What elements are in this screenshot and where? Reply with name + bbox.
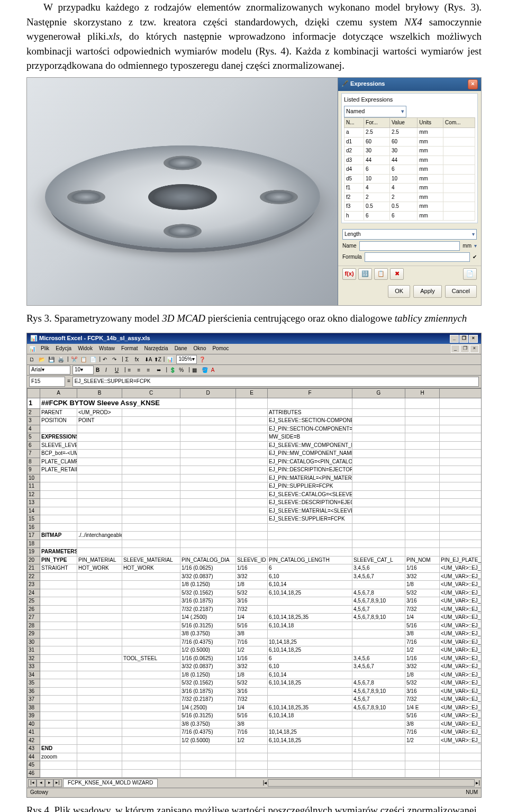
font-color-icon[interactable]: A (211, 367, 219, 374)
tab-nav[interactable]: |◂ ◂ ▸ ▸| (28, 779, 62, 787)
table-row[interactable]: 46 (28, 769, 482, 778)
apply-button[interactable]: Apply (413, 285, 442, 298)
hscroll-right-icon[interactable]: ▸| (476, 779, 480, 787)
table-row[interactable]: d466mm (344, 165, 475, 175)
menu-item[interactable]: Edycja (53, 345, 74, 353)
table-row[interactable]: 8PLATE_CLAMP_THICK=<UM_MOLDBASE>::BCP_hE… (28, 458, 482, 466)
menu-item[interactable]: Pomoc (210, 345, 231, 353)
close-icon[interactable]: × (468, 79, 478, 89)
cad-viewport[interactable] (27, 78, 338, 305)
formula-input[interactable] (365, 252, 470, 262)
table-row[interactable]: 10EJ_PIN::MATERIAL=<PIN_MATERIAL> (28, 474, 482, 482)
expressions-titlebar[interactable]: 🖋️ Expressions × (338, 78, 481, 91)
menu-item[interactable]: Okno (192, 345, 208, 353)
save-icon[interactable]: 💾 (48, 356, 56, 363)
table-row[interactable]: 5EXPRESSIONSMW_SIDE=B (28, 433, 482, 442)
table-row[interactable]: 341/8 (0.1250)1/86,10,141/8<UM_VAR>::EJ_… (28, 671, 482, 679)
expressions-table[interactable]: N...For...ValueUnitsCom...a2.52.5mmd1606… (344, 117, 475, 221)
table-row[interactable]: d51010mm (344, 174, 475, 184)
type-select[interactable]: Length▾ (342, 229, 477, 240)
table-row[interactable]: 9PLATE_RETAINER_THICK=<UM_MOLDBASE>::EJA… (28, 466, 482, 475)
sum-icon[interactable]: Σ (125, 356, 133, 363)
fx-icon[interactable]: fx (135, 356, 142, 363)
table-row[interactable]: f30.50.5mm (344, 202, 475, 212)
table-row[interactable]: f144mm (344, 184, 475, 193)
table-row[interactable]: 6SLEEVE_LEVEL=<UM_MOLDBASE>::EJB_offEJ_S… (28, 441, 482, 450)
maximize-icon[interactable]: ❐ (459, 335, 468, 343)
table-row[interactable]: 381/4 (.2500)1/46,10,14,18,25,354,5,6,7,… (28, 704, 482, 712)
calc-icon[interactable]: 🔢 (358, 268, 372, 280)
fx-icon[interactable]: f(x) (342, 268, 356, 280)
table-row[interactable]: 32TOOL_STEEL1/16 (0.0625)1/1663,4,5,61/1… (28, 654, 482, 663)
help-icon[interactable]: ❓ (199, 356, 206, 363)
align-right-icon[interactable]: ≡ (147, 367, 155, 374)
last-tab-icon[interactable]: ▸| (53, 779, 62, 787)
fill-color-icon[interactable]: 🪣 (202, 367, 209, 374)
zoom-select[interactable]: 105% ▾ (176, 355, 197, 364)
size-select[interactable]: 10 ▾ (72, 366, 94, 375)
table-row[interactable]: 1##FCPK BYTOW Sleeve Assy_KNSE (28, 398, 482, 408)
spreadsheet-grid[interactable]: ABCDEFGHLN1##FCPK BYTOW Sleeve Assy_KNSE… (27, 388, 481, 778)
table-row[interactable]: 333/32 (0.0837)3/326,103,4,5,6,73/32<UM_… (28, 663, 482, 671)
chevron-down-icon[interactable]: ▾ (474, 242, 477, 250)
cancel-button[interactable]: Cancel (445, 285, 477, 298)
table-row[interactable]: 307/16 (0.4375)7/1610,14,18,257/16<UM_VA… (28, 638, 482, 646)
menu-item[interactable]: Dane (173, 345, 189, 353)
underline-icon[interactable]: U (115, 367, 122, 374)
table-row[interactable]: 271/4 (.2500)1/46,10,14,18,25,354,5,6,7,… (28, 614, 482, 622)
table-row[interactable]: 311/2 (0.5000)1/26,10,14,18,251/2<UM_VAR… (28, 646, 482, 655)
currency-icon[interactable]: 💲 (169, 367, 177, 374)
standard-toolbar[interactable]: 🗋 📂 💾 🖨️ | ✂️ 📋 📄 | ↶ ↷ | Σ fx ⬇A ⬆Z | 📊… (27, 354, 481, 365)
table-row[interactable]: 20PIN_TYPEPIN_MATERIALSLEEVE_MATERIALPIN… (28, 556, 482, 564)
table-row[interactable]: 45 (28, 761, 482, 770)
check-icon[interactable]: ✔ (473, 253, 477, 261)
table-row[interactable]: 14EJ_SLEEVE::MATERIAL=<SLEEVE_MATERIAL> (28, 507, 482, 515)
table-row[interactable]: 223/32 (0.0837)3/326,103,4,5,6,73/32<UM_… (28, 572, 482, 581)
chart-icon[interactable]: 📊 (167, 356, 174, 363)
italic-icon[interactable]: I (105, 367, 113, 374)
menu-item[interactable]: Plik (39, 345, 51, 353)
table-row[interactable]: 231/8 (0.1250)1/86,10,141/8<UM_VAR>::EJ_… (28, 581, 482, 589)
menu-bar[interactable]: 📊 PlikEdycjaWidokWstawFormatNarzędziaDan… (27, 344, 481, 354)
copy-icon[interactable]: 📋 (80, 356, 88, 363)
table-row[interactable]: 267/32 (0.2187)7/324,5,6,77/32<UM_VAR>::… (28, 605, 482, 614)
filter-select[interactable]: Named ▾ (344, 106, 406, 117)
table-row[interactable]: d23030mm (344, 147, 475, 156)
table-row[interactable]: 395/16 (0.3125)5/166,10,14,185/16<UM_VAR… (28, 712, 482, 720)
sheet-icon[interactable]: 📄 (463, 268, 477, 280)
undo-icon[interactable]: ↶ (103, 356, 110, 363)
table-row[interactable]: 11EJ_PIN::SUPPLIER=FCPK (28, 482, 482, 491)
formatting-toolbar[interactable]: Arial ▾ 10 ▾ B I U | ≡ ≡ ≡ ⬌ | 💲 % | ▦ 🪣… (27, 365, 481, 376)
table-row[interactable]: f222mm (344, 193, 475, 202)
next-tab-icon[interactable]: ▸ (45, 779, 53, 787)
table-row[interactable]: 21STRAIGHTHOT_WORKHOT_WORK1/16 (0.0625)1… (28, 564, 482, 573)
table-row[interactable]: 13EJ_SLEEVE::DESCRIPTION=EJECTOR SLEEVE (28, 499, 482, 507)
table-row[interactable]: 253/16 (0.1875)3/164,5,6,7,8,9,103/16<UM… (28, 597, 482, 606)
table-row[interactable]: 18 (28, 540, 482, 548)
maximize-icon[interactable]: ❐ (460, 345, 469, 353)
table-row[interactable]: 293/8 (0.3750)3/83/8<UM_VAR>::EJ_CLEARAN… (28, 630, 482, 638)
bold-icon[interactable]: B (96, 367, 103, 374)
name-box[interactable]: F15 (29, 377, 65, 387)
cut-icon[interactable]: ✂️ (71, 356, 78, 363)
minimize-icon[interactable]: _ (451, 345, 460, 353)
table-row[interactable]: 2PARENT<UM_PROD>ATTRIBUTES (28, 408, 482, 417)
table-row[interactable]: 4EJ_PIN::SECTION-COMPONENT=NO (28, 425, 482, 433)
table-row[interactable]: a2.52.5mm (344, 128, 475, 138)
sort-asc-icon[interactable]: ⬇A (144, 356, 152, 363)
hscrollbar[interactable] (268, 779, 475, 787)
table-row[interactable]: 403/8 (0.3750)3/83/8<UM_VAR>::EJ_CLEARAN… (28, 720, 482, 728)
table-row[interactable]: 285/16 (0.3125)5/166,10,14,185/16<UM_VAR… (28, 622, 482, 630)
menu-item[interactable]: Format (119, 345, 140, 353)
align-left-icon[interactable]: ≡ (128, 367, 135, 374)
list-icon[interactable]: 📋 (374, 268, 388, 280)
table-row[interactable]: 355/32 (0.1562)5/326,10,14,18,254,5,6,7,… (28, 679, 482, 688)
sheet-tab[interactable]: FCPK_KNSE_NX4_MOLD WIZARD (63, 779, 158, 787)
ok-button[interactable]: OK (388, 285, 410, 298)
excel-titlebar[interactable]: 📊 Microsoft Excel - FCPK_14b_sl_assy.xls… (27, 333, 481, 344)
table-row[interactable]: 17BITMAP./../interchangeable/ej_pin/bitm… (28, 532, 482, 540)
paste-icon[interactable]: 📄 (90, 356, 97, 363)
table-row[interactable]: 7BCP_bot=-<UM_MOLDBASE>::BCP_botEJ_PIN::… (28, 450, 482, 458)
table-row[interactable]: d16060mm (344, 137, 475, 147)
table-row[interactable]: h66mm (344, 211, 475, 221)
